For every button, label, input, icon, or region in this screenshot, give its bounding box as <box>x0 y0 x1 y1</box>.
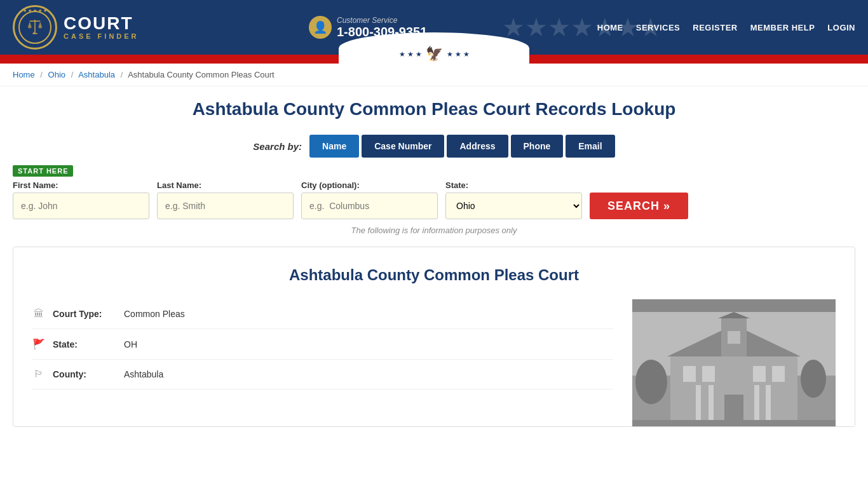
info-card: Ashtabula County Common Pleas Court 🏛 Co… <box>13 247 855 427</box>
svg-rect-3 <box>34 32 35 34</box>
court-type-value: Common Pleas <box>124 309 185 319</box>
court-type-row: 🏛 Court Type: Common Pleas <box>32 299 613 329</box>
stars-left: ★★★ <box>399 50 422 58</box>
info-card-body: 🏛 Court Type: Common Pleas 🚩 State: OH 🏳… <box>32 299 836 426</box>
svg-point-6 <box>635 360 667 404</box>
phone-icon: 👤 <box>309 16 332 39</box>
svg-rect-2 <box>32 33 37 34</box>
first-name-group: First Name: <box>13 180 149 219</box>
building-svg <box>632 312 836 426</box>
breadcrumb-sep-3: / <box>121 70 123 79</box>
svg-rect-13 <box>702 366 715 382</box>
state-info-value: OH <box>124 339 137 349</box>
svg-rect-22 <box>632 420 836 426</box>
county-icon: 🏳 <box>32 369 45 380</box>
county-row: 🏳 County: Ashtabula <box>32 360 613 390</box>
tab-email[interactable]: Email <box>566 135 614 158</box>
state-group: State: AlabamaAlaskaArizonaArkansasCalif… <box>445 180 582 219</box>
breadcrumb-sep-1: / <box>40 70 43 79</box>
county-value: Ashtabula <box>124 369 163 379</box>
court-type-label: Court Type: <box>53 309 116 319</box>
logo-scales-icon <box>25 18 44 37</box>
site-logo: ★★★★★ COURT CASE FINDER <box>13 5 139 50</box>
court-details: 🏛 Court Type: Common Pleas 🚩 State: OH 🏳… <box>32 299 613 426</box>
search-by-row: Search by: Name Case Number Address Phon… <box>13 135 855 158</box>
breadcrumb-home[interactable]: Home <box>13 70 35 79</box>
svg-rect-1 <box>30 21 41 22</box>
svg-rect-15 <box>772 366 785 382</box>
eagle-icon: 🦅 <box>426 46 443 62</box>
nav-register[interactable]: REGISTER <box>693 23 737 32</box>
last-name-label: Last Name: <box>157 180 294 190</box>
svg-rect-17 <box>728 331 740 344</box>
building-icon: 🏛 <box>32 308 45 320</box>
state-info-label: State: <box>53 339 116 349</box>
logo-court-text: COURT <box>64 15 133 32</box>
state-select[interactable]: AlabamaAlaskaArizonaArkansasCaliforniaCo… <box>445 193 582 219</box>
state-label: State: <box>445 180 582 190</box>
main-nav: HOME SERVICES REGISTER MEMBER HELP LOGIN <box>597 23 855 32</box>
state-row: 🚩 State: OH <box>32 329 613 360</box>
breadcrumb-ohio[interactable]: Ohio <box>48 70 65 79</box>
last-name-group: Last Name: <box>157 180 294 219</box>
svg-rect-0 <box>34 20 36 33</box>
svg-rect-14 <box>753 366 766 382</box>
svg-rect-12 <box>683 366 696 382</box>
breadcrumb-sep-2: / <box>71 70 74 79</box>
tab-address[interactable]: Address <box>447 135 508 158</box>
customer-service-label: Customer Service <box>337 16 427 25</box>
city-group: City (optional): <box>301 180 438 219</box>
state-icon: 🚩 <box>32 338 45 350</box>
main-content: Ashtabula County Common Pleas Court Reco… <box>0 86 868 440</box>
info-card-title: Ashtabula County Common Pleas Court <box>32 266 836 284</box>
search-form-area: START HERE First Name: Last Name: City (… <box>13 165 855 219</box>
city-label: City (optional): <box>301 180 438 190</box>
tab-case-number[interactable]: Case Number <box>362 135 444 158</box>
form-row: First Name: Last Name: City (optional): … <box>13 180 855 219</box>
breadcrumb-current: Ashtabula County Common Pleas Court <box>128 70 275 79</box>
nav-home[interactable]: HOME <box>597 23 623 32</box>
first-name-label: First Name: <box>13 180 149 190</box>
last-name-input[interactable] <box>157 193 294 219</box>
search-button[interactable]: SEARCH » <box>590 193 688 219</box>
logo-text: COURT CASE FINDER <box>64 15 139 40</box>
stars-right: ★★★ <box>447 50 470 58</box>
nav-login[interactable]: LOGIN <box>827 23 855 32</box>
red-wave-bar: ★★★ 🦅 ★★★ <box>0 55 868 64</box>
nav-services[interactable]: SERVICES <box>636 23 681 32</box>
logo-circle: ★★★★★ <box>13 5 57 50</box>
county-label: County: <box>53 369 116 379</box>
start-here-badge: START HERE <box>13 165 73 177</box>
svg-point-7 <box>801 360 826 398</box>
tab-phone[interactable]: Phone <box>511 135 564 158</box>
search-by-label: Search by: <box>253 141 302 152</box>
tab-name[interactable]: Name <box>309 135 359 158</box>
first-name-input[interactable] <box>13 193 149 219</box>
logo-stars: ★★★★★ <box>23 8 47 13</box>
city-input[interactable] <box>301 193 438 219</box>
disclaimer-text: The following is for information purpose… <box>13 226 855 235</box>
court-building-image <box>632 299 836 426</box>
logo-case-finder-text: CASE FINDER <box>64 32 139 40</box>
logo-circle-inner: ★★★★★ <box>18 11 51 44</box>
wave-eagle: ★★★ 🦅 ★★★ <box>399 46 470 62</box>
nav-member-help[interactable]: MEMBER HELP <box>750 23 815 32</box>
page-title: Ashtabula County Common Pleas Court Reco… <box>13 99 855 119</box>
breadcrumb-ashtabula[interactable]: Ashtabula <box>78 70 115 79</box>
breadcrumb: Home / Ohio / Ashtabula / Ashtabula Coun… <box>0 64 868 86</box>
